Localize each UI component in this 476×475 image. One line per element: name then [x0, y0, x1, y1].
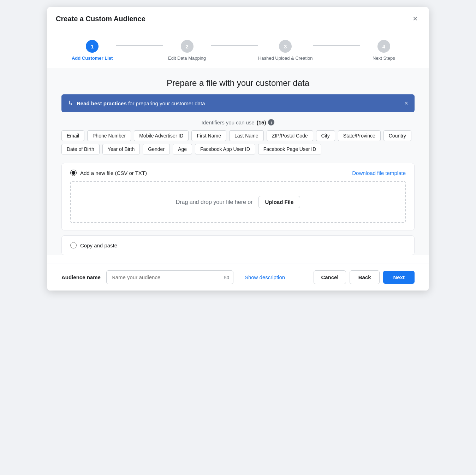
step-3: 3 Hashed Upload & Creation	[258, 40, 313, 61]
step-1: 1 Add Customer List	[69, 40, 116, 61]
banner-close-button[interactable]: ×	[404, 100, 408, 107]
banner-icon: ↳	[68, 99, 73, 107]
upload-radio-row: Add a new file (CSV or TXT) Download fil…	[70, 170, 406, 176]
audience-name-input-wrap: 50	[106, 270, 233, 284]
cancel-button[interactable]: Cancel	[314, 270, 346, 284]
step-2-label: Edit Data Mapping	[168, 55, 206, 61]
tag-email: Email	[61, 130, 84, 141]
step-3-label: Hashed Upload & Creation	[258, 55, 313, 61]
copy-paste-section: Copy and paste	[61, 235, 415, 255]
tag-dob: Date of Birth	[61, 144, 100, 154]
step-connector-3	[313, 45, 360, 46]
banner-bold: Read best practices	[77, 100, 127, 106]
banner-suffix: for preparing your customer data	[128, 100, 205, 106]
show-description-link[interactable]: Show description	[245, 274, 285, 280]
info-banner: ↳ Read best practices for preparing your…	[61, 94, 415, 112]
tag-first-name: First Name	[191, 130, 226, 141]
tag-state: State/Province	[338, 130, 381, 141]
page-title: Prepare a file with your customer data	[61, 78, 415, 88]
download-template-link[interactable]: Download file template	[352, 170, 406, 176]
step-4-label: Next Steps	[373, 55, 395, 61]
drop-zone-text: Drag and drop your file here or	[176, 199, 253, 205]
create-audience-modal: Create a Custom Audience × 1 Add Custome…	[47, 7, 429, 291]
tag-age: Age	[173, 144, 192, 154]
tag-mobile-id: Mobile Advertiser ID	[134, 130, 189, 141]
step-1-circle: 1	[86, 40, 99, 53]
footer-left: Audience name 50 Show description	[61, 270, 285, 284]
tag-yob: Year of Birth	[102, 144, 140, 154]
tag-zip: ZIP/Postal Code	[267, 130, 313, 141]
drop-zone[interactable]: Drag and drop your file here or Upload F…	[70, 181, 406, 223]
step-connector-2	[211, 45, 258, 46]
step-4-circle: 4	[377, 40, 390, 53]
copy-paste-radio-input[interactable]	[70, 242, 77, 248]
tag-last-name: Last Name	[229, 130, 264, 141]
audience-name-input[interactable]	[106, 270, 233, 284]
modal-title: Create a Custom Audience	[56, 15, 145, 23]
next-button[interactable]: Next	[383, 271, 415, 284]
char-count: 50	[224, 275, 229, 280]
upload-section: Add a new file (CSV or TXT) Download fil…	[61, 163, 415, 230]
tag-fb-app-id: Facebook App User ID	[195, 144, 255, 154]
tag-country: Country	[383, 130, 411, 141]
back-button[interactable]: Back	[350, 270, 380, 284]
step-1-label: Add Customer List	[72, 55, 113, 61]
step-2-circle: 2	[181, 40, 194, 53]
upload-radio-label[interactable]: Add a new file (CSV or TXT)	[70, 170, 147, 176]
tag-city: City	[316, 130, 335, 141]
step-connector-1	[116, 45, 163, 46]
step-3-circle: 3	[279, 40, 292, 53]
tag-gender: Gender	[143, 144, 170, 154]
info-icon[interactable]: i	[268, 119, 274, 125]
tag-phone: Phone Number	[87, 130, 131, 141]
footer-right: Cancel Back Next	[314, 270, 415, 284]
step-2: 2 Edit Data Mapping	[163, 40, 210, 61]
audience-name-label: Audience name	[61, 274, 101, 280]
modal-header: Create a Custom Audience ×	[47, 7, 429, 30]
modal-footer: Audience name 50 Show description Cancel…	[47, 264, 429, 291]
identifiers-label: Identifiers you can use (15) i	[61, 119, 415, 125]
copy-paste-label[interactable]: Copy and paste	[70, 242, 406, 248]
tag-fb-page-id: Facebook Page User ID	[258, 144, 321, 154]
close-button[interactable]: ×	[410, 13, 420, 24]
upload-radio-input[interactable]	[70, 170, 77, 176]
modal-body: Prepare a file with your customer data ↳…	[47, 68, 429, 255]
stepper: 1 Add Customer List 2 Edit Data Mapping …	[47, 30, 429, 68]
step-4: 4 Next Steps	[360, 40, 407, 61]
identifier-tags: Email Phone Number Mobile Advertiser ID …	[61, 130, 415, 154]
banner-text: ↳ Read best practices for preparing your…	[68, 99, 205, 107]
upload-file-button[interactable]: Upload File	[258, 196, 301, 208]
